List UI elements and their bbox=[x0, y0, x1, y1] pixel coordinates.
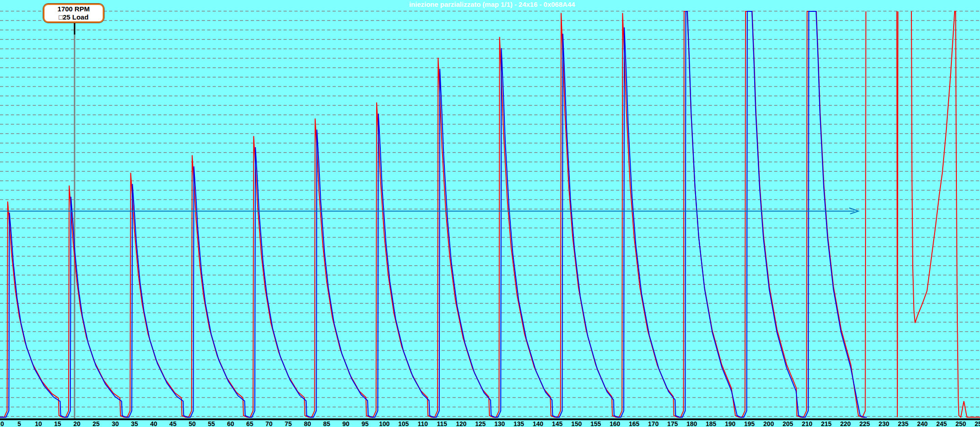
map-row-values-red-polyline bbox=[911, 11, 980, 417]
x-tick-label: 185 bbox=[706, 420, 716, 427]
x-tick-label: 60 bbox=[227, 420, 234, 427]
map-graph-panel: 0510152025303540455055606570758085909510… bbox=[0, 0, 980, 427]
map-row-values-red-polyline bbox=[0, 11, 865, 417]
x-tick-label: 15 bbox=[54, 420, 61, 427]
x-tick-label: 210 bbox=[802, 420, 813, 427]
x-tick-label: 95 bbox=[362, 420, 369, 427]
x-tick-label: 220 bbox=[840, 420, 851, 427]
x-tick-label: 50 bbox=[189, 420, 196, 427]
map-row-values-red-polyline bbox=[862, 11, 866, 417]
x-tick-label: 120 bbox=[456, 420, 467, 427]
x-tick-label: 115 bbox=[437, 420, 447, 427]
x-tick-label: 205 bbox=[782, 420, 793, 427]
x-tick-label: 155 bbox=[590, 420, 601, 427]
x-tick-label: 10 bbox=[35, 420, 42, 427]
tooltip-rpm-value: 1700 RPM bbox=[58, 5, 90, 13]
x-tick-label: 195 bbox=[744, 420, 755, 427]
x-tick-label: 225 bbox=[860, 420, 871, 427]
x-tick-label: 255 bbox=[975, 420, 980, 427]
x-tick-label: 100 bbox=[379, 420, 390, 427]
x-tick-label: 45 bbox=[169, 420, 177, 427]
x-tick-label: 245 bbox=[936, 420, 947, 427]
x-tick-label: 105 bbox=[398, 420, 409, 427]
map-row-values-red-polyline bbox=[897, 11, 898, 417]
map-graph-canvas[interactable]: 0510152025303540455055606570758085909510… bbox=[0, 0, 980, 427]
tooltip-load-value: □25 Load bbox=[59, 13, 89, 21]
data-series bbox=[0, 11, 980, 417]
x-tick-label: 40 bbox=[150, 420, 158, 427]
chart-title: iniezione parzializzato (map 1/1) - 24x1… bbox=[409, 0, 575, 8]
x-tick-label: 250 bbox=[955, 420, 966, 427]
x-tick-label: 175 bbox=[667, 420, 678, 427]
x-tick-label: 235 bbox=[898, 420, 909, 427]
x-tick-label: 125 bbox=[475, 420, 486, 427]
x-tick-label: 165 bbox=[629, 420, 640, 427]
x-tick-label: 85 bbox=[323, 420, 330, 427]
x-tick-label: 90 bbox=[343, 420, 350, 427]
x-tick-label: 135 bbox=[513, 420, 524, 427]
x-tick-label: 200 bbox=[763, 420, 774, 427]
x-tick-label: 75 bbox=[285, 420, 292, 427]
cursor-tooltip[interactable]: 1700 RPM □25 Load bbox=[43, 4, 104, 23]
x-tick-label: 180 bbox=[686, 420, 697, 427]
x-tick-label: 0 bbox=[0, 420, 4, 427]
x-tick-label: 130 bbox=[494, 420, 505, 427]
x-tick-label: 55 bbox=[208, 420, 215, 427]
x-tick-label: 160 bbox=[610, 420, 621, 427]
x-tick-label: 30 bbox=[112, 420, 119, 427]
x-tick-label: 20 bbox=[73, 420, 80, 427]
gridlines bbox=[0, 11, 980, 417]
x-tick-label: 35 bbox=[131, 420, 138, 427]
x-tick-label: 5 bbox=[17, 420, 21, 427]
x-axis-line bbox=[0, 418, 980, 420]
x-tick-label: 190 bbox=[725, 420, 736, 427]
x-axis-labels: 0510152025303540455055606570758085909510… bbox=[0, 420, 980, 427]
x-tick-label: 240 bbox=[917, 420, 928, 427]
x-tick-label: 215 bbox=[821, 420, 832, 427]
x-tick-label: 70 bbox=[265, 420, 273, 427]
x-tick-label: 110 bbox=[418, 420, 428, 427]
x-tick-label: 230 bbox=[879, 420, 890, 427]
x-tick-label: 150 bbox=[571, 420, 582, 427]
x-tick-label: 170 bbox=[648, 420, 659, 427]
x-tick-label: 65 bbox=[246, 420, 254, 427]
x-tick-label: 145 bbox=[552, 420, 563, 427]
x-tick-label: 25 bbox=[93, 420, 100, 427]
x-tick-label: 140 bbox=[533, 420, 544, 427]
row-arrow-indicator bbox=[0, 208, 858, 214]
x-tick-label: 80 bbox=[304, 420, 311, 427]
